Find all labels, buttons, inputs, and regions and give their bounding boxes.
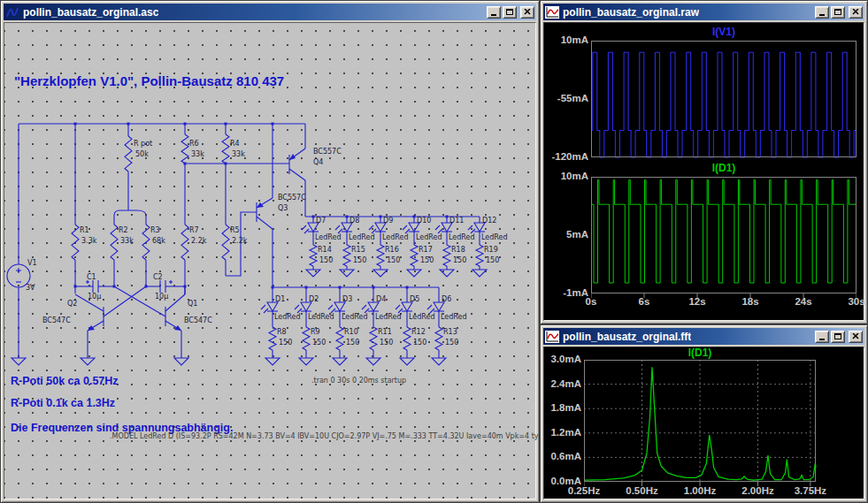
plot-pane-fft (584, 360, 821, 487)
waveform-icon (545, 331, 559, 343)
schematic-label: Q2 (67, 301, 77, 309)
schematic-label: BC557C (313, 149, 342, 156)
waveform-window-title: pollin_bausatz_orginal.raw (563, 6, 699, 19)
schematic-label: R3 (150, 227, 160, 235)
desktop: pollin_bausatz_orginal.asc D7LedRedR1415… (0, 0, 868, 503)
schematic-label: V1 (27, 260, 37, 268)
schematic-label: BC557C (278, 194, 306, 202)
trace-title-id1[interactable]: I(D1) (591, 162, 856, 174)
schematic-label: LedRed (441, 314, 467, 322)
fft-window: pollin_bausatz_orginal.fft I(D1) 3.0mA2.… (540, 324, 868, 503)
schematic-label: 10µ (88, 293, 101, 301)
plot-pane-id1 (591, 177, 856, 299)
schematic-label: LedRed (342, 314, 368, 322)
schematic-label: D7 (316, 217, 326, 225)
schematic-label: D4 (376, 296, 386, 304)
schematic-label: 33k (232, 151, 245, 159)
schematic-label: 10µ (155, 293, 168, 301)
minimize-icon (819, 14, 825, 16)
axis-tick-label: 18s (733, 296, 768, 307)
axis-tick-label: -120mA (546, 151, 588, 162)
schematic-label: 3V (26, 285, 35, 293)
schematic-label: R17 (419, 247, 433, 255)
plot-pane-iv1 (591, 41, 856, 163)
schematic-label: C1 (87, 274, 96, 282)
axis-tick-label: 24s (786, 296, 821, 307)
schematic-canvas[interactable]: D7LedRedR14150D8LedRedR15150D9LedRedR161… (4, 22, 536, 499)
maximize-button[interactable] (503, 6, 517, 19)
schematic-label: R14 (318, 247, 332, 255)
minimize-button[interactable] (815, 6, 829, 19)
close-button[interactable] (849, 331, 863, 343)
schematic-label: LedRed (382, 234, 409, 242)
waveform-window: pollin_bausatz_orginal.raw I(V1) I(D1) 1… (540, 0, 868, 324)
schematic-label: LedRed (274, 314, 301, 322)
schematic-label: R19 (484, 247, 498, 255)
close-icon (852, 333, 859, 339)
close-button[interactable] (849, 6, 863, 19)
fft-canvas[interactable]: I(D1) 3.0mA2.4mA1.8mA1.2mA0.6mA0.0mA0.25… (543, 347, 864, 499)
schematic-label: 50k (135, 151, 149, 159)
schematic-label: R pot (134, 141, 152, 149)
window-controls (813, 6, 863, 19)
schematic-label: R7 (189, 227, 199, 235)
fft-titlebar[interactable]: pollin_bausatz_orginal.fft (543, 328, 864, 345)
schematic-label: R-Poti 0.1k ca 1.3Hz (11, 398, 115, 410)
schematic-label: BC547C (184, 317, 212, 325)
axis-tick-label: 0.25Hz (561, 485, 607, 496)
axis-tick-label: 0.6mA (545, 451, 581, 461)
trace-title-iv1[interactable]: I(V1) (591, 26, 856, 38)
schematic-label: 150 (387, 257, 400, 265)
schematic-label: R2 (119, 227, 128, 235)
schematic-label: 150 (319, 257, 333, 265)
schematic-label: 150 (445, 339, 458, 347)
schematic-label: 150 (353, 257, 366, 265)
schematic-label: LedRed (375, 314, 402, 322)
schematic-label: 33k (120, 238, 134, 246)
schematic-label: R9 (311, 329, 320, 337)
schematic-label: 150 (413, 339, 426, 347)
schematic-label: .tran 0 30s 0 20ms startup (311, 377, 406, 385)
trace-title-fft[interactable]: I(D1) (584, 347, 816, 359)
schematic-label: 150 (346, 339, 359, 347)
axis-tick-label: 5mA (546, 229, 588, 240)
schematic-label: D6 (442, 296, 451, 304)
window-controls (813, 331, 863, 343)
schematic-label: D11 (449, 217, 464, 225)
schematic-label: R11 (378, 329, 392, 337)
minimize-button[interactable] (487, 6, 501, 19)
waveform-icon (545, 6, 559, 19)
close-icon (524, 9, 531, 15)
schematic-label: 150 (486, 257, 499, 265)
axis-tick-label: 1.00Hz (677, 485, 723, 496)
close-icon (852, 9, 859, 15)
schematic-label: D10 (417, 217, 431, 225)
axis-tick-label: 12s (680, 296, 715, 307)
maximize-button[interactable] (831, 6, 845, 19)
minimize-icon (819, 339, 825, 340)
schematic-label: LedRed (315, 234, 342, 242)
schematic-window: pollin_bausatz_orginal.asc D7LedRedR1415… (0, 0, 540, 503)
schematic-label: R4 (230, 141, 240, 149)
schematic-label: "Herzklopfen V1.0", Pollin-Bausatz 810 4… (14, 74, 284, 89)
maximize-button[interactable] (831, 331, 845, 343)
axis-tick-label: 1.2mA (545, 427, 581, 438)
axis-tick-label: -55mA (546, 93, 588, 103)
schematic-label: LedRed (481, 234, 508, 242)
schematic-titlebar[interactable]: pollin_bausatz_orginal.asc (4, 4, 536, 20)
axis-tick-label: 0.50Hz (619, 485, 665, 496)
waveform-canvas[interactable]: I(V1) I(D1) 10mA-55mA-120mA10mA5mA-1mA0s… (543, 22, 864, 321)
schematic-label: Q3 (278, 205, 288, 213)
schematic-label: R-Poti 50k ca 0.57Hz (11, 376, 119, 388)
axis-tick-label: 6s (626, 296, 662, 307)
schematic-window-title: pollin_bausatz_orginal.asc (23, 6, 158, 19)
axis-tick-label: 10mA (546, 171, 588, 181)
schematic-label: D8 (350, 217, 359, 225)
waveform-titlebar[interactable]: pollin_bausatz_orginal.raw (543, 4, 864, 20)
minimize-button[interactable] (815, 331, 829, 343)
schematic-label: R5 (230, 227, 240, 235)
fft-window-title: pollin_bausatz_orginal.fft (563, 331, 691, 343)
close-button[interactable] (520, 6, 534, 19)
schematic-label: LedRed (409, 314, 435, 322)
schematic-label: R10 (344, 329, 358, 337)
